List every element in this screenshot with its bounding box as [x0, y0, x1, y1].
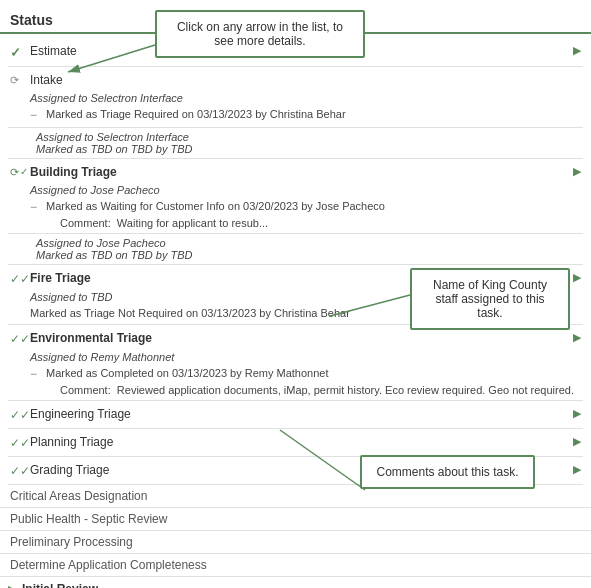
planning-triage-arrow[interactable]: ▶: [573, 435, 581, 448]
ft-assigned-text: Assigned to TBD: [30, 291, 113, 303]
bt-minus-icon: −: [30, 200, 46, 214]
et-marked: − Marked as Completed on 03/13/2023 by R…: [8, 365, 583, 383]
intake2-assigned: Assigned to Selectron Interface: [36, 131, 583, 143]
initial-review-arrow-icon: ▶: [8, 583, 16, 589]
status-item-bt2: Assigned to Jose Pacheco Marked as TBD o…: [8, 234, 583, 265]
status-item-intake2: Assigned to Selectron Interface Marked a…: [8, 128, 583, 159]
status-item-intake: ⟳ Intake Assigned to Selectron Interface…: [8, 67, 583, 128]
status-item-env-triage: ✓✓ Environmental Triage ▶ Assigned to Re…: [8, 325, 583, 401]
intake-marked: Marked as Triage Required on 03/13/2023 …: [46, 108, 583, 120]
bt-marked: − Marked as Waiting for Customer Info on…: [8, 198, 583, 216]
grading-triage-icon: ✓✓: [10, 463, 30, 478]
et-minus-icon: −: [30, 367, 46, 381]
tooltip-callout: Click on any arrow in the list, to see m…: [155, 10, 365, 58]
env-triage-label: Environmental Triage: [30, 331, 573, 345]
county-staff-text: Name of King County staff assigned to th…: [433, 278, 547, 320]
comments-text: Comments about this task.: [376, 465, 518, 479]
status-item-building-triage: ⟳✓ Building Triage ▶ Assigned to Jose Pa…: [8, 159, 583, 234]
initial-review-label: Initial Review: [22, 582, 98, 588]
plain-item-determine: Determine Application Completeness: [0, 554, 591, 577]
env-triage-icon: ✓✓: [10, 331, 30, 346]
intake2-marked: Marked as TBD on TBD by TBD: [36, 143, 583, 155]
bt-assigned-text: Assigned to Jose Pacheco: [30, 184, 160, 196]
county-staff-callout: Name of King County staff assigned to th…: [410, 268, 570, 330]
bt2-marked: Marked as TBD on TBD by TBD: [36, 249, 583, 261]
status-item-planning-triage[interactable]: ✓✓ Planning Triage ▶: [8, 429, 583, 457]
et-marked-text: Marked as Completed on 03/13/2023 by Rem…: [46, 367, 583, 379]
intake-sub2: − Marked as Triage Required on 03/13/202…: [8, 106, 583, 124]
planning-triage-label: Planning Triage: [30, 435, 573, 449]
status-list: ✓ Estimate ▶ ⟳ Intake Assigned to Select…: [0, 38, 591, 485]
et-assigned: Assigned to Remy Mathonnet: [8, 349, 583, 365]
intake-sub1: Assigned to Selectron Interface: [8, 90, 583, 106]
minus-icon: −: [30, 108, 46, 122]
tooltip-text: Click on any arrow in the list, to see m…: [177, 20, 343, 48]
page-container: Click on any arrow in the list, to see m…: [0, 0, 591, 588]
building-triage-arrow[interactable]: ▶: [573, 165, 581, 178]
eng-triage-label: Engineering Triage: [30, 407, 573, 421]
plain-item-preliminary: Preliminary Processing: [0, 531, 591, 554]
building-triage-label: Building Triage: [30, 165, 573, 179]
bt-assigned: Assigned to Jose Pacheco: [8, 182, 583, 198]
planning-triage-icon: ✓✓: [10, 435, 30, 450]
eng-triage-icon: ✓✓: [10, 407, 30, 422]
collapsible-initial-review[interactable]: ▶ Initial Review: [0, 577, 591, 588]
grading-triage-arrow[interactable]: ▶: [573, 463, 581, 476]
estimate-icon: ✓: [10, 44, 30, 60]
env-triage-arrow[interactable]: ▶: [573, 331, 581, 344]
bt-marked-text: Marked as Waiting for Customer Info on 0…: [46, 200, 583, 212]
et-comment: Comment: Reviewed application documents,…: [8, 383, 583, 397]
status-item-engineering-triage[interactable]: ✓✓ Engineering Triage ▶: [8, 401, 583, 429]
eng-triage-arrow[interactable]: ▶: [573, 407, 581, 420]
intake-assigned: Assigned to Selectron Interface: [30, 92, 183, 104]
comments-callout: Comments about this task.: [360, 455, 535, 489]
estimate-arrow[interactable]: ▶: [573, 44, 581, 57]
fire-triage-arrow[interactable]: ▶: [573, 271, 581, 284]
building-triage-icon: ⟳✓: [10, 165, 30, 179]
plain-item-public-health: Public Health - Septic Review: [0, 508, 591, 531]
intake-label: Intake: [30, 73, 581, 87]
ft-marked-text: Marked as Triage Not Required on 03/13/2…: [30, 307, 350, 319]
fire-triage-icon: ✓✓: [10, 271, 30, 286]
section-title: Status: [10, 12, 53, 28]
intake-spinner-icon: ⟳: [10, 73, 30, 87]
bt2-assigned: Assigned to Jose Pacheco: [36, 237, 583, 249]
et-assigned-text: Assigned to Remy Mathonnet: [30, 351, 174, 363]
bt-comment: Comment: Waiting for applicant to resub.…: [8, 216, 583, 230]
